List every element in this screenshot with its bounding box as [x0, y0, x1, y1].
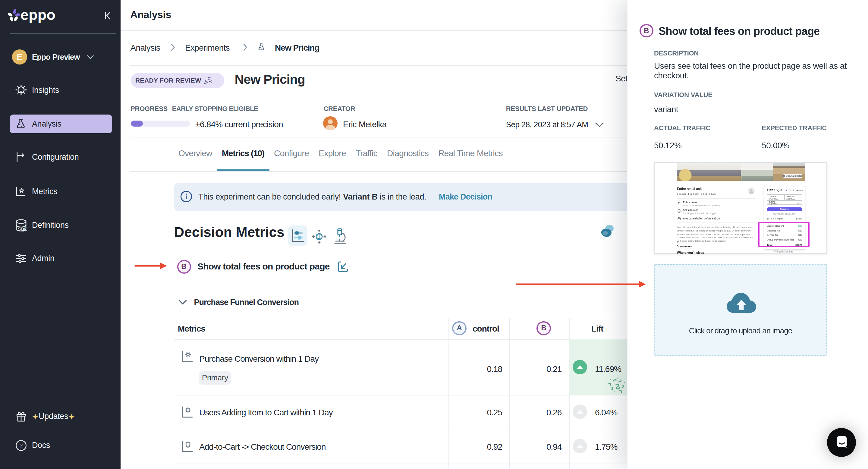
svg-text:SQL: SQL [18, 226, 27, 231]
svg-text:?: ? [19, 442, 22, 448]
